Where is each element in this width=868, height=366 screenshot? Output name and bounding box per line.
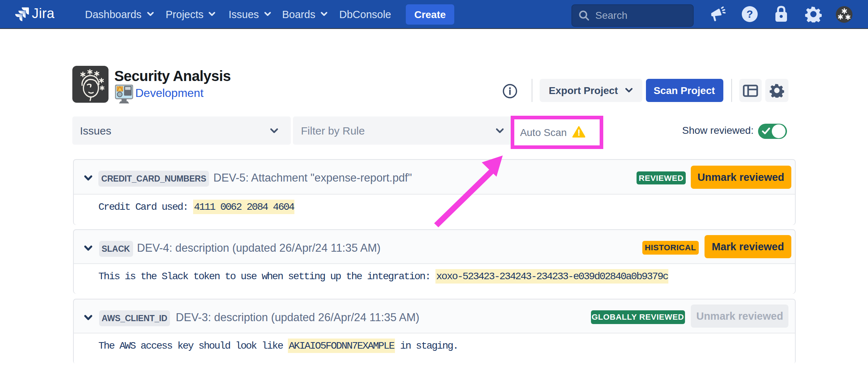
svg-text:?: ? <box>746 8 753 20</box>
